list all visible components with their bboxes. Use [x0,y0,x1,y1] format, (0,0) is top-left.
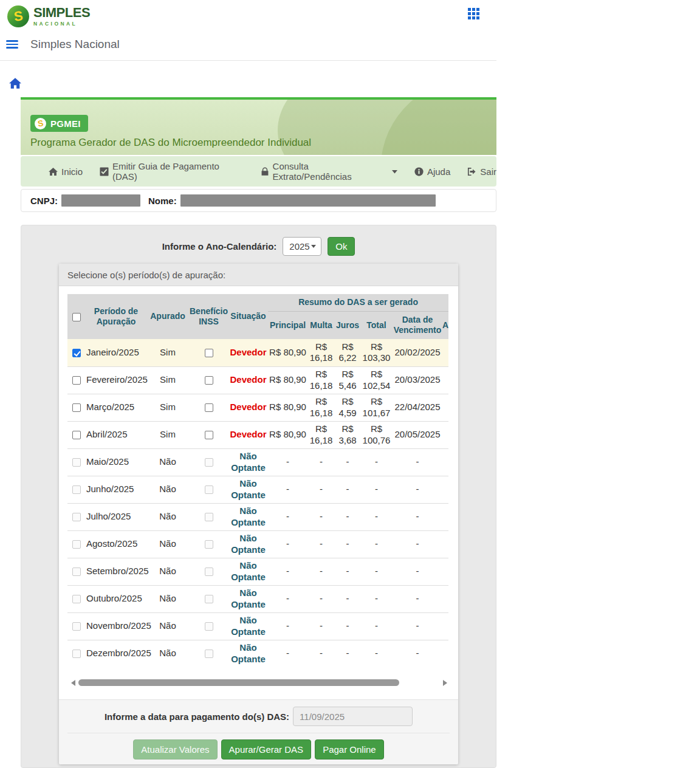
ok-button[interactable]: Ok [328,237,355,256]
inss-checkbox [205,595,213,603]
pgmei-swirl-icon: S [35,118,46,129]
period-checkbox[interactable] [72,403,81,412]
payment-date-label: Informe a data para pagamento do(s) DAS: [105,711,289,722]
period-label: Abril/2025 [86,421,146,448]
juros-value: R$ 6,22 [335,339,360,366]
vencimento-value: 20/05/2025 [393,421,442,448]
inss-checkbox [205,540,213,549]
apurar-gerar-das-button[interactable]: Apurar/Gerar DAS [221,739,312,759]
cnpj-redacted-value [61,194,140,207]
period-checkbox[interactable] [72,376,81,385]
nav-item-emitir[interactable]: Emitir Guia de Pagamento (DAS) [100,161,244,182]
scrollbar-thumb[interactable] [78,679,399,686]
multa-value: - [307,476,335,503]
juros-value: - [335,476,360,503]
year-selector-row: Informe o Ano-Calendário: 2025 Ok [21,237,496,256]
total-value: - [360,448,393,476]
nav-item-inicio[interactable]: Inicio [49,166,83,177]
multa-value: - [307,503,335,530]
juros-value: - [335,530,360,558]
main-nav: Inicio Emitir Guia de Pagamento (DAS) Co… [21,156,496,187]
col-situacao: Situação [228,294,268,339]
vencimento-value: - [393,585,442,612]
scroll-right-icon[interactable] [443,680,447,686]
period-label: Agosto/2025 [86,530,146,558]
situacao-value: Não Optante [228,476,268,503]
nav-item-sair[interactable]: Sair [467,166,496,177]
logo-monogram: S [13,8,24,25]
multa-value: - [307,640,335,667]
col-total: Total [360,311,393,339]
juros-value: - [335,558,360,585]
multa-value: R$ 16,18 [307,339,335,366]
situacao-value: Devedor [228,339,268,366]
juros-value: - [335,585,360,612]
year-select-value: 2025 [289,241,309,252]
principal-value: - [268,503,307,530]
nav-item-ajuda[interactable]: Ajuda [414,166,450,177]
apurado-value: Sim [146,366,189,394]
year-select[interactable]: 2025 [283,237,321,256]
apurado-value: Não [146,612,189,640]
period-checkbox[interactable] [72,431,81,439]
inss-checkbox[interactable] [205,376,213,385]
total-value: R$ 101,67 [360,394,393,421]
col-apurado: Apurado [146,294,189,339]
apurado-value: Não [146,558,189,585]
principal-value: - [268,476,307,503]
nome-redacted-value [180,194,436,207]
situacao-value: Devedor [228,394,268,421]
apurado-value: Não [146,530,189,558]
period-label: Dezembro/2025 [86,640,146,667]
period-checkbox [72,595,81,603]
home-icon[interactable] [9,78,21,91]
scroll-left-icon[interactable] [71,680,75,686]
table-row: Junho/2025 Não Não Optante - - - - - [67,476,448,503]
period-checkbox[interactable] [72,349,81,357]
total-value: - [360,530,393,558]
situacao-value: Não Optante [228,530,268,558]
period-checkbox [72,567,81,576]
principal-value: R$ 80,90 [268,366,307,394]
menu-icon[interactable] [6,38,18,50]
pgmei-banner: S PGMEI Programa Gerador de DAS do Micro… [21,97,496,155]
inss-checkbox[interactable] [205,403,213,412]
table-row: Abril/2025 Sim Devedor R$ 80,90 R$ 16,18… [67,421,448,448]
pagar-online-button[interactable]: Pagar Online [315,739,384,759]
apurado-value: Não [146,503,189,530]
caret-down-icon [391,169,397,174]
col-juros: Juros [335,311,360,339]
period-checkbox [72,622,81,631]
chevron-down-icon [311,245,316,248]
period-checkbox [72,540,81,549]
period-label: Junho/2025 [86,476,146,503]
situacao-value: Devedor [228,366,268,394]
col-group-resumo: Resumo do DAS a ser gerado [268,294,448,311]
principal-value: R$ 80,90 [268,339,307,366]
app-root: S SIMPLES NACIONAL Simples Nacional S PG… [0,0,496,768]
select-all-checkbox[interactable] [72,313,81,321]
period-label: Julho/2025 [86,503,146,530]
inss-checkbox [205,485,213,494]
period-checkbox [72,513,81,521]
col-beneficio-inss: Benefício INSS [189,294,228,339]
principal-value: - [268,530,307,558]
payment-date-input[interactable] [293,707,413,726]
juros-value: R$ 5,46 [335,366,360,394]
brand-line2: NACIONAL [33,21,90,27]
apps-grid-icon[interactable] [468,8,479,19]
period-label: Janeiro/2025 [86,339,146,366]
table-row: Outubro/2025 Não Não Optante - - - - - [67,585,448,612]
col-periodo: Período de Apuração [86,294,146,339]
check-square-icon [100,167,109,176]
juros-value: - [335,503,360,530]
principal-value: R$ 80,90 [268,421,307,448]
multa-value: - [307,585,335,612]
nav-item-consulta[interactable]: Consulta Extrato/Pendências [261,161,397,182]
simples-nacional-logo: S SIMPLES NACIONAL [7,5,90,27]
inss-checkbox[interactable] [205,431,213,439]
brand-line1: SIMPLES [33,6,90,19]
inss-checkbox[interactable] [205,349,213,357]
periods-table: Período de Apuração Apurado Benefício IN… [67,294,448,667]
total-value: - [360,612,393,640]
